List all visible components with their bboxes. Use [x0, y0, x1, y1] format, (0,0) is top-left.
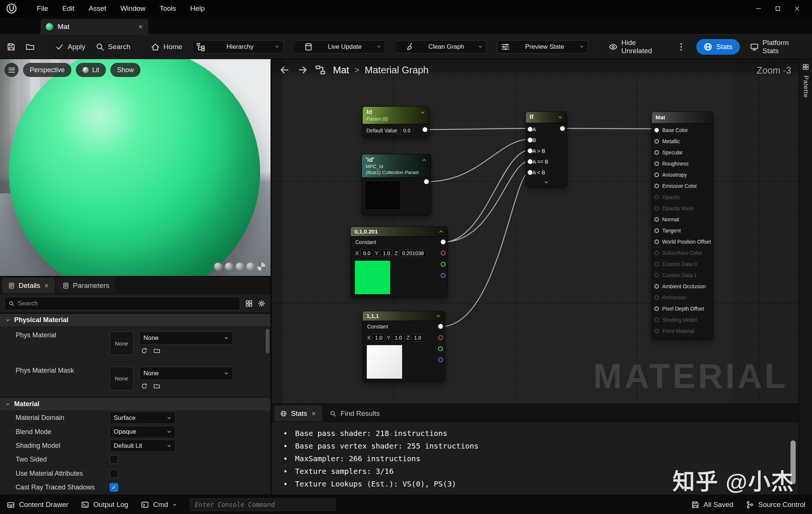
constant-node-green[interactable]: 0,1,0.201 Constant X 0.0 Y 1.0 Z 0.20103… [350, 227, 448, 297]
cube-shape-button[interactable] [246, 263, 255, 271]
material-input-row[interactable]: Metallic [652, 136, 713, 147]
checkbox[interactable] [110, 455, 118, 464]
material-input-row[interactable]: Opacity [652, 192, 713, 203]
material-input-row[interactable]: Opacity Mask [652, 203, 713, 214]
output-pin-g[interactable] [441, 262, 446, 267]
output-pin[interactable] [441, 240, 446, 244]
input-pin[interactable] [528, 138, 533, 142]
expand-node-button[interactable] [526, 178, 567, 187]
output-pin-b[interactable] [438, 357, 443, 362]
search-input[interactable] [18, 300, 236, 307]
checkbox[interactable] [110, 483, 118, 492]
x-value-field[interactable]: 1.0 [372, 334, 385, 341]
chevron-down-icon[interactable] [557, 115, 563, 120]
material-input-row[interactable]: Subsurface Color [652, 247, 713, 258]
gear-icon[interactable] [258, 300, 265, 307]
if-input-row[interactable]: A < B [526, 167, 567, 178]
input-pin[interactable] [528, 170, 533, 175]
material-input-row[interactable]: Base Color [652, 125, 713, 136]
input-pin[interactable] [654, 284, 659, 289]
x-value-field[interactable]: 0.0 [360, 250, 373, 257]
input-pin[interactable] [654, 217, 659, 222]
section-material[interactable]: Material [0, 397, 271, 411]
input-pin[interactable] [654, 240, 659, 244]
menu-item[interactable]: Edit [55, 0, 82, 17]
material-input-row[interactable]: Shading Model [652, 314, 713, 325]
input-pin[interactable] [654, 295, 659, 300]
custom-mesh-button[interactable] [257, 263, 265, 271]
input-pin[interactable] [654, 273, 659, 277]
input-pin[interactable] [654, 150, 659, 155]
menu-item[interactable]: Tools [152, 0, 183, 17]
maximize-button[interactable] [768, 0, 787, 17]
asset-tab-mat[interactable]: Mat [40, 19, 149, 34]
grid-icon[interactable] [245, 300, 253, 307]
input-pin[interactable] [654, 206, 659, 211]
output-pin-b[interactable] [441, 273, 446, 278]
toolbar-button[interactable]: Hide Unrelated [598, 39, 667, 55]
breadcrumb-current[interactable]: Material Graph [365, 64, 428, 76]
material-output-node[interactable]: Mat Base Color Metallic Specular [651, 112, 713, 339]
all-saved-button[interactable]: All Saved [691, 501, 733, 509]
menu-item[interactable]: Window [113, 0, 153, 17]
output-pin[interactable] [424, 179, 429, 184]
close-icon[interactable] [44, 283, 49, 288]
output-pin-r[interactable] [441, 251, 446, 256]
chevron-up-icon[interactable] [438, 229, 444, 234]
material-input-row[interactable]: Emissive Color [652, 180, 713, 192]
output-pin[interactable] [423, 127, 427, 132]
close-window-button[interactable] [787, 0, 807, 17]
toolbar-button[interactable]: Live Update [294, 40, 385, 54]
menu-item[interactable]: File [30, 0, 55, 17]
asset-dropdown[interactable]: None [139, 367, 233, 380]
y-value-field[interactable]: 1.0 [392, 334, 404, 341]
palette-tab[interactable]: Palette [799, 59, 812, 495]
default-value-field[interactable]: 0.0 [401, 127, 413, 134]
input-pin[interactable] [654, 173, 659, 177]
input-pin[interactable] [654, 228, 659, 233]
lit-button[interactable]: Lit [76, 63, 106, 77]
toolbar-button[interactable]: Clean Graph [395, 40, 487, 54]
asset-dropdown[interactable]: None [139, 331, 233, 345]
chevron-up-icon[interactable] [421, 157, 427, 163]
material-input-row[interactable]: Refraction [652, 292, 713, 303]
asset-thumbnail[interactable]: None [110, 331, 133, 355]
output-pin-r[interactable] [438, 335, 443, 340]
scalar-parameter-node[interactable]: Id Param (0) Default Value 0.0 [362, 106, 430, 138]
material-input-row[interactable]: Front Material [652, 325, 713, 337]
input-pin[interactable] [654, 184, 659, 188]
breadcrumb-root[interactable]: Mat [333, 64, 349, 76]
section-physical-material[interactable]: Physical Material [0, 313, 271, 327]
toolbar-button[interactable] [677, 39, 686, 55]
menu-item[interactable]: Help [183, 0, 212, 17]
output-pin[interactable] [438, 324, 443, 329]
property-dropdown[interactable]: Opaque [110, 426, 176, 438]
material-input-row[interactable]: Tangent [652, 225, 713, 236]
input-pin[interactable] [654, 251, 659, 255]
menu-item[interactable]: Asset [81, 0, 113, 17]
back-arrow-icon[interactable] [279, 65, 290, 75]
input-pin[interactable] [654, 139, 659, 144]
use-selected-icon[interactable] [141, 347, 148, 354]
material-input-row[interactable]: Roughness [652, 158, 713, 169]
if-input-row[interactable]: B [526, 135, 567, 145]
source-control-button[interactable]: Source Control [746, 501, 805, 509]
viewport-menu-button[interactable] [4, 63, 19, 77]
minimize-button[interactable] [749, 0, 768, 17]
tab-find-results[interactable]: Find Results [324, 405, 386, 421]
if-input-row[interactable]: A > B [526, 145, 567, 156]
toolbar-button[interactable]: Stats [696, 39, 740, 55]
toolbar-button[interactable]: Home [140, 39, 182, 55]
output-pin[interactable] [560, 126, 565, 131]
tab-stats[interactable]: Stats [274, 405, 322, 421]
browse-to-asset-icon[interactable] [153, 383, 160, 389]
tab-parameters[interactable]: Parameters [56, 278, 115, 293]
cmd-dropdown[interactable]: Cmd [141, 501, 177, 509]
browse-to-asset-icon[interactable] [153, 347, 160, 354]
input-pin[interactable] [528, 148, 533, 153]
if-input-row[interactable]: A == B [526, 156, 567, 167]
asset-thumbnail[interactable]: None [110, 367, 133, 391]
input-pin[interactable] [654, 318, 659, 322]
material-input-row[interactable]: Ambient Occlusion [652, 281, 713, 292]
toolbar-button[interactable]: Platform Stats [750, 39, 805, 55]
